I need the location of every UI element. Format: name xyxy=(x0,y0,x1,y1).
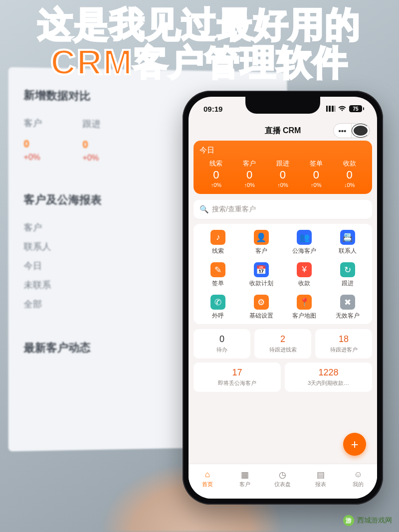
today-dashboard: 今日 线索 0 ↑0% 客户 0 ↑0% 跟进 0 ↑0% 签单 0 ↑0% 收… xyxy=(194,141,372,194)
app-label: 公海客户 xyxy=(283,247,326,255)
todo-card[interactable]: 18 待跟进客户 xyxy=(315,329,372,358)
dashboard-cell[interactable]: 签单 0 ↑0% xyxy=(299,159,333,188)
tab-label: 首页 xyxy=(202,481,213,488)
dashboard-cell-value: 0 xyxy=(200,169,233,181)
dashboard-cell-label: 签单 xyxy=(299,159,333,168)
app-icon: 📍 xyxy=(297,295,312,310)
tab-客户[interactable]: ▦ 客户 xyxy=(226,464,264,494)
dashboard-cell-label: 客户 xyxy=(233,159,266,168)
app-grid: ♪ 线索 👤 客户 👥 公海客户 📇 联系人 ✎ 签单 📅 收款计划 ¥ 收款 … xyxy=(194,224,372,324)
search-placeholder: 搜索/查重客户 xyxy=(212,205,256,214)
app-icon: ↻ xyxy=(340,262,355,277)
app-item-基础设置[interactable]: ⚙ 基础设置 xyxy=(240,295,283,320)
app-label: 线索 xyxy=(197,247,240,255)
todo-label: 待跟进线索 xyxy=(257,346,308,354)
app-item-签单[interactable]: ✎ 签单 xyxy=(197,262,240,288)
phone-notch xyxy=(245,97,320,114)
app-icon: 👤 xyxy=(254,230,269,245)
tab-label: 报表 xyxy=(315,481,326,488)
dashboard-title: 今日 xyxy=(200,146,366,155)
battery-icon: 75 xyxy=(349,105,364,112)
app-item-联系人[interactable]: 📇 联系人 xyxy=(326,230,370,255)
app-item-无效客户[interactable]: ✖ 无效客户 xyxy=(326,295,370,320)
app-label: 客户地图 xyxy=(283,312,326,320)
todo-label: 待办 xyxy=(197,346,247,354)
app-label: 跟进 xyxy=(326,279,370,288)
app-item-客户[interactable]: 👤 客户 xyxy=(240,230,283,255)
dashboard-cell[interactable]: 客户 0 ↑0% xyxy=(233,159,266,188)
monitor-col: 跟进 0 +0% xyxy=(82,118,100,163)
app-icon: ✎ xyxy=(210,262,225,277)
tab-icon: ◷ xyxy=(278,470,288,480)
more-button[interactable]: ••• xyxy=(334,124,352,138)
app-item-客户地图[interactable]: 📍 客户地图 xyxy=(283,295,326,320)
monitor-col-head: 跟进 xyxy=(82,118,100,130)
dashboard-cell-label: 收款 xyxy=(333,159,366,168)
tab-仪表盘[interactable]: ◷ 仪表盘 xyxy=(264,464,302,494)
app-icon: ⚙ xyxy=(254,295,269,310)
app-icon: ¥ xyxy=(297,262,312,277)
app-label: 外呼 xyxy=(197,312,240,320)
dashboard-cell-delta: ↓0% xyxy=(333,182,366,188)
wifi-icon xyxy=(338,105,346,113)
tab-我的[interactable]: ☺ 我的 xyxy=(339,464,377,494)
monitor-col-val: 0 xyxy=(23,138,42,150)
app-item-公海客户[interactable]: 👥 公海客户 xyxy=(283,230,326,255)
app-item-线索[interactable]: ♪ 线索 xyxy=(197,230,240,255)
tab-label: 客户 xyxy=(239,481,250,488)
app-item-收款[interactable]: ¥ 收款 xyxy=(283,262,326,288)
app-label: 客户 xyxy=(240,247,283,255)
app-item-跟进[interactable]: ↻ 跟进 xyxy=(326,262,370,288)
tab-icon: ▦ xyxy=(240,470,250,480)
todo-label: 即将丢公海客户 xyxy=(197,379,278,387)
todo-card[interactable]: 2 待跟进线索 xyxy=(254,329,311,358)
app-item-外呼[interactable]: ✆ 外呼 xyxy=(197,295,240,320)
dashboard-cell[interactable]: 收款 0 ↓0% xyxy=(333,159,366,188)
dashboard-cell-value: 0 xyxy=(333,169,366,181)
app-icon: ✖ xyxy=(340,295,355,310)
tab-icon: ☺ xyxy=(353,470,363,480)
tab-bar: ⌂ 首页 ▦ 客户 ◷ 仪表盘 ▤ 报表 ☺ 我的 xyxy=(189,464,377,499)
plus-icon: + xyxy=(351,437,358,452)
search-icon: 🔍 xyxy=(200,205,209,214)
monitor-col-head: 客户 xyxy=(23,117,42,129)
app-item-收款计划[interactable]: 📅 收款计划 xyxy=(240,262,283,288)
dashboard-cell-value: 0 xyxy=(299,169,333,181)
dashboard-cell-delta: ↑0% xyxy=(200,182,233,188)
tab-label: 我的 xyxy=(353,481,364,488)
app-icon: 📅 xyxy=(254,262,269,277)
dashboard-cell[interactable]: 跟进 0 ↑0% xyxy=(266,159,300,188)
monitor-col-delta: +0% xyxy=(82,154,100,163)
close-button[interactable] xyxy=(352,124,370,138)
battery-level: 75 xyxy=(349,105,362,112)
search-input[interactable]: 🔍 搜索/查重客户 xyxy=(194,200,372,219)
dashboard-cell[interactable]: 线索 0 ↑0% xyxy=(200,159,233,188)
phone-screen: 09:19 75 直播 CRM ••• 今日 线索 0 xyxy=(189,97,377,499)
todo-card[interactable]: 0 待办 xyxy=(194,329,250,358)
caption-line-1: 这是我见过最好用的 xyxy=(5,6,394,44)
watermark-logo-icon: 游 xyxy=(343,515,354,526)
todo-label: 3天内到期收款… xyxy=(288,379,369,387)
todo-number: 1228 xyxy=(288,367,369,378)
todo-number: 0 xyxy=(197,334,247,345)
monitor-col-val: 0 xyxy=(82,139,100,151)
todo-card[interactable]: 17 即将丢公海客户 xyxy=(194,362,281,392)
title-bar: 直播 CRM ••• xyxy=(189,121,377,141)
dashboard-cell-delta: ↑0% xyxy=(299,182,333,188)
watermark: 游 西城游戏网 xyxy=(343,515,392,526)
dashboard-cell-value: 0 xyxy=(233,169,266,181)
todo-card[interactable]: 1228 3天内到期收款… xyxy=(285,362,372,392)
target-icon xyxy=(352,124,370,138)
dashboard-cell-label: 线索 xyxy=(200,159,233,168)
app-label: 联系人 xyxy=(326,247,370,255)
watermark-text: 西城游戏网 xyxy=(357,516,392,525)
fab-add-button[interactable]: + xyxy=(343,433,366,456)
monitor-col: 客户 0 +0% xyxy=(23,117,42,162)
tab-首页[interactable]: ⌂ 首页 xyxy=(189,464,226,494)
todo-number: 17 xyxy=(197,367,278,378)
app-label: 收款计划 xyxy=(240,279,283,288)
status-time: 09:19 xyxy=(203,105,222,113)
todo-number: 18 xyxy=(318,334,369,345)
tab-报表[interactable]: ▤ 报表 xyxy=(302,464,340,494)
dashboard-cell-delta: ↑0% xyxy=(266,182,300,188)
